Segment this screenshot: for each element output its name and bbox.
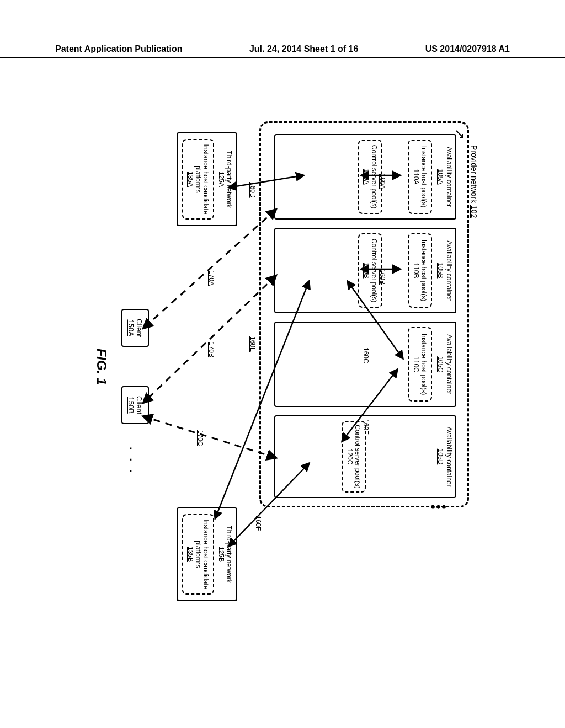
edge-label-160b: 160B (379, 269, 386, 285)
header-left: Patent Application Publication (55, 44, 183, 54)
instance-host-pool-b: Instance host pool(s) 110B (408, 233, 432, 308)
provider-network-label: Provider network 102 (470, 145, 478, 218)
ih-ref: 110B (412, 263, 420, 278)
availability-container-c: Availability container 105C Instance hos… (274, 322, 456, 407)
header-center: Jul. 24, 2014 Sheet 1 of 16 (249, 44, 358, 54)
edge-label-170a: 170A (207, 270, 215, 286)
tp-cand-label: Instance host candidate platforms (194, 520, 210, 590)
ih-ref: 110C (412, 356, 420, 372)
edge-label-160e-left: 160E (249, 336, 257, 352)
availability-ref-a: 105A (436, 138, 444, 215)
svg-line-9 (143, 416, 276, 458)
edge-label-160e-right: 160E (362, 419, 370, 435)
tp-cand-ref: 135B (186, 547, 194, 562)
availability-title: Availability container (445, 138, 453, 215)
availability-title: Availability container (445, 420, 453, 494)
provider-network-box: Provider network 102 Availability contai… (259, 121, 469, 507)
availability-container-b: Availability container 105B Instance hos… (274, 228, 456, 313)
figure-container: Provider network 102 Availability contai… (25, 168, 538, 565)
instance-host-pool-c: Instance host pool(s) 110C (408, 327, 432, 402)
header-right: US 2014/0207918 A1 (425, 44, 510, 54)
tp-cand-label: Instance host candidate platforms (194, 144, 210, 215)
page-header: Patent Application Publication Jul. 24, … (0, 44, 565, 58)
tp-ref-a: 125A (217, 137, 225, 222)
cs-ref: 120A (363, 169, 370, 184)
provider-network-label-text: Provider network (470, 145, 478, 205)
ih-label: Instance host pool(s) (420, 334, 428, 395)
cs-ref: 120C (346, 449, 354, 465)
tp-ref-b: 125B (217, 512, 225, 597)
availability-ref-b: 105B (436, 232, 444, 309)
availability-title: Availability container (445, 326, 453, 403)
edge-label-160c: 160C (362, 347, 370, 363)
instance-host-pool-a: Instance host pool(s) 110A (408, 140, 432, 214)
provider-network-ref: 102 (470, 205, 478, 218)
tp-candidate-a: Instance host candidate platforms 135A (182, 139, 214, 220)
edge-label-160d: 160D (249, 182, 257, 198)
client-b: Client 150B (121, 386, 149, 424)
tp-title: Third-party network (225, 512, 233, 597)
ih-label: Instance host pool(s) (420, 146, 428, 207)
figure-label: FIG. 1 (94, 349, 109, 386)
edge-label-160f: 160F (254, 516, 262, 531)
figure-landscape: Provider network 102 Availability contai… (83, 110, 480, 623)
edge-label-170c: 170C (196, 430, 204, 446)
third-party-network-b: Third-party network 125B Instance host c… (177, 507, 237, 601)
svg-line-7 (143, 210, 276, 328)
ih-label: Instance host pool(s) (420, 240, 428, 301)
cs-label: Control server pool(s) (354, 425, 361, 488)
cs-ref: 120B (363, 263, 370, 278)
availability-container-a: Availability container 105A Instance hos… (274, 134, 456, 220)
client-a: Client 150A (121, 309, 149, 347)
edge-label-170b: 170B (207, 342, 215, 357)
tp-cand-ref: 135A (186, 172, 194, 187)
tp-candidate-b: Instance host candidate platforms 135B (182, 514, 214, 595)
client-label: Client (135, 396, 143, 414)
third-party-network-a: Third-party network 125A Instance host c… (177, 132, 237, 226)
tp-title: Third-party network (225, 137, 233, 222)
client-label: Client (135, 319, 143, 337)
availability-ref-c: 105C (436, 326, 444, 403)
client-ref-a: 150A (127, 319, 135, 337)
client-ref-b: 150B (127, 396, 135, 414)
availability-title: Availability container (445, 232, 453, 309)
cs-label: Control server pool(s) (370, 239, 378, 302)
cs-label: Control server pool(s) (370, 145, 378, 208)
ih-ref: 110A (412, 169, 420, 184)
ellipsis-vertical-icon: ••• (430, 505, 447, 509)
clients-ellipsis-icon: . . . (126, 447, 141, 475)
edge-label-160a: 160A (379, 174, 386, 189)
availability-ref-d: 105D (436, 420, 444, 494)
